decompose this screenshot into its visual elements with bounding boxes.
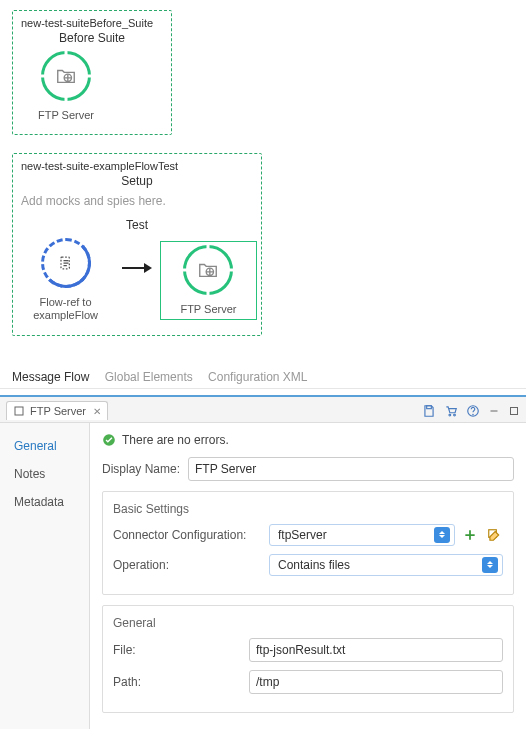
flow-arrow bbox=[122, 260, 152, 276]
properties-panel-header: FTP Server ✕ bbox=[0, 395, 526, 423]
setup-heading: Setup bbox=[21, 174, 253, 188]
row-operation: Operation: Contains files bbox=[113, 554, 503, 576]
operation-select[interactable]: Contains files bbox=[269, 554, 503, 576]
suite-example-flow-test[interactable]: new-test-suite-exampleFlowTest Setup Add… bbox=[12, 153, 262, 335]
status-row: There are no errors. bbox=[102, 433, 514, 447]
node-flow-ref[interactable]: Flow-ref to exampleFlow bbox=[21, 238, 110, 322]
connector-config-select[interactable]: ftpServer bbox=[269, 524, 455, 546]
properties-form: There are no errors. Display Name: Basic… bbox=[90, 423, 526, 729]
display-name-input[interactable] bbox=[188, 457, 514, 481]
svg-rect-9 bbox=[511, 407, 518, 414]
row-file: File: bbox=[113, 638, 503, 662]
ok-icon bbox=[102, 433, 116, 447]
flow-canvas: new-test-suiteBefore_Suite Before Suite … bbox=[0, 0, 526, 364]
flow-ref-icon bbox=[56, 253, 76, 273]
folder-globe-icon bbox=[55, 65, 77, 87]
properties-side-nav: General Notes Metadata bbox=[0, 423, 90, 729]
fieldset-basic-settings: Basic Settings Connector Configuration: … bbox=[102, 491, 514, 595]
node-ftp-server-test[interactable]: FTP Server bbox=[164, 245, 253, 316]
tab-message-flow[interactable]: Message Flow bbox=[12, 370, 89, 384]
side-nav-metadata[interactable]: Metadata bbox=[14, 495, 89, 509]
side-nav-notes[interactable]: Notes bbox=[14, 467, 89, 481]
row-connector-config: Connector Configuration: ftpServer bbox=[113, 524, 503, 546]
setup-hint: Add mocks and spies here. bbox=[21, 194, 253, 208]
fieldset-general: General File: Path: bbox=[102, 605, 514, 713]
edit-icon bbox=[487, 528, 501, 542]
suite-before-name: new-test-suiteBefore_Suite bbox=[21, 17, 163, 29]
properties-panel-body: General Notes Metadata There are no erro… bbox=[0, 423, 526, 729]
suite-before-section: Before Suite bbox=[21, 31, 163, 45]
cart-icon[interactable] bbox=[444, 404, 458, 418]
row-display-name: Display Name: bbox=[102, 457, 514, 481]
test-heading: Test bbox=[21, 218, 253, 232]
maximize-icon[interactable] bbox=[508, 405, 520, 417]
tab-global-elements[interactable]: Global Elements bbox=[105, 370, 193, 384]
edit-config-button[interactable] bbox=[485, 526, 503, 544]
row-path: Path: bbox=[113, 670, 503, 694]
help-icon[interactable] bbox=[466, 404, 480, 418]
svg-rect-3 bbox=[15, 407, 23, 415]
svg-rect-1 bbox=[61, 257, 69, 269]
close-icon[interactable]: ✕ bbox=[93, 406, 101, 417]
svg-point-5 bbox=[449, 414, 451, 416]
editor-tabs: Message Flow Global Elements Configurati… bbox=[0, 364, 526, 389]
node-ftp-server-before[interactable]: FTP Server bbox=[21, 51, 111, 122]
save-icon[interactable] bbox=[422, 404, 436, 418]
file-input[interactable] bbox=[249, 638, 503, 662]
suite-example-name: new-test-suite-exampleFlowTest bbox=[21, 160, 253, 172]
suite-before[interactable]: new-test-suiteBefore_Suite Before Suite … bbox=[12, 10, 172, 135]
side-nav-general[interactable]: General bbox=[14, 439, 89, 453]
minimize-icon[interactable] bbox=[488, 405, 500, 417]
chevron-updown-icon bbox=[482, 557, 498, 573]
svg-point-8 bbox=[473, 414, 474, 415]
component-icon bbox=[13, 405, 25, 417]
svg-point-6 bbox=[454, 414, 456, 416]
plus-icon bbox=[463, 528, 477, 542]
folder-globe-icon bbox=[197, 259, 219, 281]
tab-configuration-xml[interactable]: Configuration XML bbox=[208, 370, 307, 384]
path-input[interactable] bbox=[249, 670, 503, 694]
add-config-button[interactable] bbox=[461, 526, 479, 544]
properties-tab-ftp-server[interactable]: FTP Server ✕ bbox=[6, 401, 108, 420]
chevron-updown-icon bbox=[434, 527, 450, 543]
svg-rect-4 bbox=[427, 405, 432, 408]
